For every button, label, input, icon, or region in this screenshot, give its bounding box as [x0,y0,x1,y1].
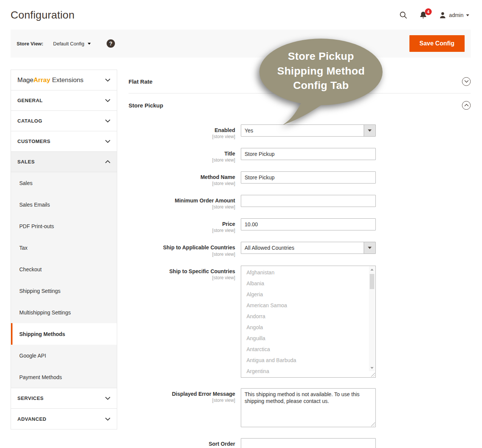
method-name-input[interactable] [241,171,376,184]
sidebar-item-checkout[interactable]: Checkout [11,258,117,280]
section-flat-rate: Flat Rate [129,70,471,93]
field-scope: [store view] [129,204,235,210]
store-pickup-form: Enabled [store view] Yes Title [store vi… [129,124,471,448]
chevron-down-icon [88,43,91,45]
header-actions: 4 admin [399,11,469,20]
country-option[interactable]: Argentina [241,366,369,377]
collapse-toggle-flat-rate[interactable] [462,77,471,86]
field-scope: [store view] [129,228,235,233]
field-scope: [store view] [129,157,235,163]
country-option[interactable]: Angola [241,322,369,333]
dropdown-arrow-button[interactable] [364,125,375,136]
minimum-order-amount-input[interactable] [241,195,376,207]
sidebar-item-tax[interactable]: Tax [11,237,117,258]
sidebar-item-shipping-methods[interactable]: Shipping Methods [11,323,117,345]
resize-grip-icon[interactable] [370,372,375,377]
save-config-button[interactable]: Save Config [409,35,465,52]
store-view-toolbar: Store View: Default Config ? Save Config [11,30,471,58]
field-scope: [store view] [129,275,235,280]
sidebar-item-pdf-print-outs[interactable]: PDF Print-outs [11,215,117,237]
enabled-select[interactable]: Yes [241,124,376,137]
store-view-switcher[interactable]: Default Config [53,41,91,47]
chevron-down-icon [105,397,110,400]
chevron-down-icon [105,140,110,143]
field-row-minimum-order-amount: Minimum Order Amount [store view] [129,195,471,210]
field-label-title: Title [129,151,235,157]
ship-applicable-countries-select[interactable]: All Allowed Countries [241,242,376,254]
country-option[interactable]: Antigua and Barbuda [241,355,369,366]
page-header: Configuration 4 admin [0,0,482,30]
collapse-toggle-store-pickup[interactable] [462,101,471,110]
field-label-ship-applicable-countries: Ship to Applicable Countries [129,244,235,250]
chevron-down-icon [464,80,469,83]
price-input[interactable] [241,218,376,230]
country-option[interactable]: Algeria [241,289,369,300]
notification-count-badge: 4 [425,8,432,15]
chevron-up-icon [464,104,469,107]
admin-username: admin [449,12,463,18]
field-label-ship-specific-countries: Ship to Specific Countries [129,268,235,274]
sidebar-item-sales-emails[interactable]: Sales Emails [11,194,117,215]
page-title: Configuration [11,9,74,21]
field-scope: [store view] [129,181,235,186]
title-input[interactable] [241,148,376,160]
country-option[interactable]: American Samoa [241,300,369,311]
config-sidebar: MageArray Extensions GENERAL CATALOG CUS… [11,70,117,429]
notifications-button[interactable]: 4 [419,11,428,20]
config-main-panel: Flat Rate Store Pickup Enabled [store vi… [129,70,471,448]
sidebar-section-sales[interactable]: SALES [11,152,117,172]
sidebar-item-payment-methods[interactable]: Payment Methods [11,366,117,388]
sales-submenu: Sales Sales Emails PDF Print-outs Tax Ch… [11,172,117,388]
field-label-method-name: Method Name [129,174,235,180]
field-scope: [store view] [129,134,235,139]
ship-specific-countries-multiselect[interactable]: Afghanistan Albania Algeria American Sam… [241,266,376,378]
field-row-sort-order: Sort Order [store view] [129,438,471,448]
field-label-minimum-order-amount: Minimum Order Amount [129,198,235,204]
sidebar-item-multishipping-settings[interactable]: Multishipping Settings [11,302,117,323]
field-label-displayed-error-message: Displayed Error Message [129,391,235,397]
displayed-error-message-textarea[interactable]: This shipping method is not available. T… [241,388,376,427]
section-title-store-pickup: Store Pickup [129,102,163,109]
magearray-logo: MageArray Extensions [17,76,84,84]
scroll-down-arrow-icon[interactable] [370,367,374,369]
scroll-up-arrow-icon[interactable] [370,269,374,271]
field-scope: [store view] [129,252,235,257]
field-row-ship-applicable-countries: Ship to Applicable Countries [store view… [129,242,471,257]
sidebar-section-services[interactable]: SERVICES [11,388,117,409]
country-option[interactable]: Andorra [241,311,369,322]
field-label-sort-order: Sort Order [129,441,235,447]
scrollbar-thumb[interactable] [370,274,374,289]
multiselect-scrollbar [369,266,375,371]
ship-applicable-countries-value: All Allowed Countries [245,245,294,251]
user-avatar-icon [439,11,446,19]
dropdown-arrow-button[interactable] [364,242,375,254]
country-option[interactable]: Anguilla [241,333,369,344]
chevron-down-icon [105,99,110,102]
enabled-select-value: Yes [245,128,253,134]
caret-down-icon [368,129,372,132]
help-icon[interactable]: ? [107,39,115,48]
sidebar-item-shipping-settings[interactable]: Shipping Settings [11,280,117,302]
sidebar-section-customers[interactable]: CUSTOMERS [11,131,117,152]
chevron-down-icon [466,14,469,16]
field-row-ship-specific-countries: Ship to Specific Countries [store view] … [129,266,471,378]
sidebar-section-advanced[interactable]: ADVANCED [11,409,117,429]
admin-user-menu[interactable]: admin [439,11,469,19]
country-option[interactable]: Afghanistan [241,267,369,278]
sidebar-section-general[interactable]: GENERAL [11,90,117,111]
field-scope: [store view] [129,398,235,403]
sidebar-section-catalog[interactable]: CATALOG [11,111,117,131]
section-store-pickup: Store Pickup [129,93,471,117]
chevron-down-icon [105,78,110,82]
country-option[interactable]: Antarctica [241,344,369,355]
field-row-enabled: Enabled [store view] Yes [129,124,471,139]
caret-down-icon [368,247,372,249]
sidebar-item-magearray-extensions[interactable]: MageArray Extensions [11,70,117,90]
sidebar-item-sales[interactable]: Sales [11,172,117,194]
store-view-value: Default Config [53,41,84,47]
sidebar-item-google-api[interactable]: Google API [11,345,117,366]
country-option[interactable]: Albania [241,278,369,289]
field-label-price: Price [129,221,235,227]
search-icon[interactable] [399,11,408,19]
sort-order-input[interactable] [241,438,376,448]
